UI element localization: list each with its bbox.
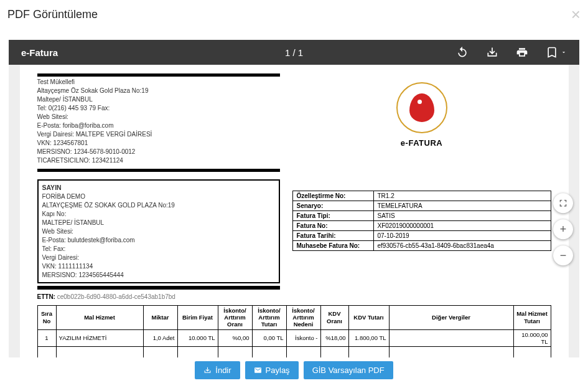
col-ian: İskonto/ Arttırım Nedeni xyxy=(286,305,320,329)
meta-label: Fatura No: xyxy=(292,221,373,231)
gib-default-pdf-button[interactable]: GİB Varsayılan PDF xyxy=(304,361,393,379)
recipient-address: ALTAYÇEŞME ÖZ SOKAK GOLD PLAZA No:19 xyxy=(42,201,275,210)
cell: YAZILIM HİZMETİ xyxy=(56,329,143,346)
close-button[interactable]: × xyxy=(571,6,581,22)
recipient-name: FORİBA DEMO xyxy=(42,192,275,201)
meta-label: Fatura Tipi: xyxy=(292,211,373,221)
zoom-controls: + − xyxy=(553,193,573,265)
recipient-mersis: MERSISNO: 1234565445444 xyxy=(42,271,275,280)
cell: 1,0 Adet xyxy=(143,329,177,346)
meta-label: Fatura Tarihi: xyxy=(292,231,373,241)
table-row: 1 YAZILIM HİZMETİ 1,0 Adet 10.000 TL %0,… xyxy=(37,329,551,346)
meta-value: ef930576-cb55-43a1-8409-6bac831aea4a xyxy=(373,241,551,251)
cell xyxy=(389,329,513,346)
zoom-out-button[interactable]: − xyxy=(553,245,573,265)
table-header-row: Sıra No Mal Hizmet Miktar Birim Fiyat İs… xyxy=(37,305,551,329)
recipient-info: SAYIN FORİBA DEMO ALTAYÇEŞME ÖZ SOKAK GO… xyxy=(37,179,280,283)
share-button[interactable]: Paylaş xyxy=(245,361,299,379)
cell: %0,00 xyxy=(218,329,252,346)
sender-web: Web Sitesi: xyxy=(37,113,280,121)
col-iao: İskonto/ Arttırım Oranı xyxy=(218,305,252,329)
button-label: Paylaş xyxy=(266,366,290,375)
ettn-label: ETTN: xyxy=(37,293,57,300)
meta-value: TR1.2 xyxy=(373,191,551,201)
pdf-content: Test Mükellefi Altayçeşme Öz Sokak Gold … xyxy=(9,65,579,365)
recipient-salutation: SAYIN xyxy=(42,183,275,192)
cell: 10.000,00 TL xyxy=(513,329,551,346)
cell: %18,00 xyxy=(320,329,348,346)
col-miktar: Miktar xyxy=(143,305,177,329)
download-icon[interactable] xyxy=(486,46,498,59)
logo-block: e-FATURA xyxy=(292,82,551,172)
table-row xyxy=(37,346,551,357)
button-label: GİB Varsayılan PDF xyxy=(312,366,385,375)
recipient-web: Web Sitesi: xyxy=(42,227,275,236)
col-kdvt: KDV Tutarı xyxy=(348,305,389,329)
col-bf: Birim Fiyat xyxy=(177,305,218,329)
cell: 10.000 TL xyxy=(177,329,218,346)
rotate-icon[interactable] xyxy=(456,46,469,59)
invoice-meta-table: Özelleştirme No:TR1.2 Senaryo:TEMELFATUR… xyxy=(292,191,551,251)
chevron-down-icon[interactable] xyxy=(561,49,567,55)
pdf-document-title: e-Fatura xyxy=(21,47,58,58)
meta-value: TEMELFATURA xyxy=(373,201,551,211)
page-indicator: 1 / 1 xyxy=(285,47,303,58)
ettn-line: ETTN: ce0b022b-6d90-4880-a6dd-ce543ab1b7… xyxy=(37,293,280,300)
meta-value: SATIS xyxy=(373,211,551,221)
download-icon xyxy=(203,366,212,374)
pdf-toolbar: e-Fatura 1 / 1 xyxy=(9,40,579,65)
cell: 0,00 TL xyxy=(252,329,286,346)
meta-label: Muhasebe Fatura No: xyxy=(292,241,373,251)
ettn-value: ce0b022b-6d90-4880-a6dd-ce543ab1b7bd xyxy=(57,293,175,300)
sender-tel: Tel: 0(216) 445 93 79 Fax: xyxy=(37,104,280,113)
col-sira: Sıra No xyxy=(37,305,56,329)
sender-name: Test Mükellefi xyxy=(37,78,280,87)
mail-icon xyxy=(254,366,262,374)
button-label: İndir xyxy=(215,366,231,375)
cell: İskonto - xyxy=(286,329,320,346)
col-dv: Diğer Vergiler xyxy=(389,305,513,329)
recipient-vkn: VKN: 1111111134 xyxy=(42,262,275,271)
col-mht: Mal Hizmet Tutarı xyxy=(513,305,551,329)
recipient-tax-office: Vergi Dairesi: xyxy=(42,253,275,262)
cell: 1.800,00 TL xyxy=(348,329,389,346)
col-kdvo: KDV Oranı xyxy=(320,305,348,329)
modal-title: PDF Görüntüleme xyxy=(7,8,98,21)
recipient-door: Kapı No: xyxy=(42,210,275,219)
sender-tax-office: Vergi Dairesi: MALTEPE VERGİ DAİRESİ xyxy=(37,130,280,139)
document-type-title: e-FATURA xyxy=(292,138,551,148)
sender-address: Altayçeşme Öz Sokak Gold Plaza No:19 xyxy=(37,87,280,95)
pdf-page: Test Mükellefi Altayçeşme Öz Sokak Gold … xyxy=(20,65,569,365)
download-button[interactable]: İndir xyxy=(195,361,240,379)
print-icon[interactable] xyxy=(516,46,528,59)
sender-ticaret: TICARETSICILNO: 123421124 xyxy=(37,156,280,165)
fit-page-button[interactable] xyxy=(553,193,573,213)
cell: 1 xyxy=(37,329,56,346)
sender-email: E-Posta: foriba@foriba.com xyxy=(37,121,280,130)
recipient-email: E-Posta: bulutdestek@foriba.com xyxy=(42,236,275,245)
sender-mersis: MERSISNO: 1234-5678-9010-0012 xyxy=(37,148,280,156)
meta-value: 07-10-2019 xyxy=(373,231,551,241)
recipient-tel: Tel: Fax: xyxy=(42,245,275,253)
meta-label: Senaryo: xyxy=(292,201,373,211)
action-bar: İndir Paylaş GİB Varsayılan PDF xyxy=(0,357,588,383)
meta-label: Özelleştirme No: xyxy=(292,191,373,201)
sender-info: Test Mükellefi Altayçeşme Öz Sokak Gold … xyxy=(37,73,280,172)
bookmark-icon[interactable] xyxy=(546,46,558,59)
pdf-viewer: e-Fatura 1 / 1 Test Mükellefi Altayçeşme… xyxy=(9,40,579,365)
col-mal: Mal Hizmet xyxy=(56,305,143,329)
sender-city: Maltepe/ İSTANBUL xyxy=(37,95,280,104)
recipient-city: MALTEPE/ İSTANBUL xyxy=(42,219,275,227)
logo-icon xyxy=(396,82,447,133)
sender-vkn: VKN: 1234567801 xyxy=(37,139,280,148)
zoom-in-button[interactable]: + xyxy=(553,219,573,239)
items-table: Sıra No Mal Hizmet Miktar Birim Fiyat İs… xyxy=(37,305,551,365)
col-iat: İskonto/ Arttırım Tutarı xyxy=(252,305,286,329)
meta-value: XF02019000000001 xyxy=(373,221,551,231)
